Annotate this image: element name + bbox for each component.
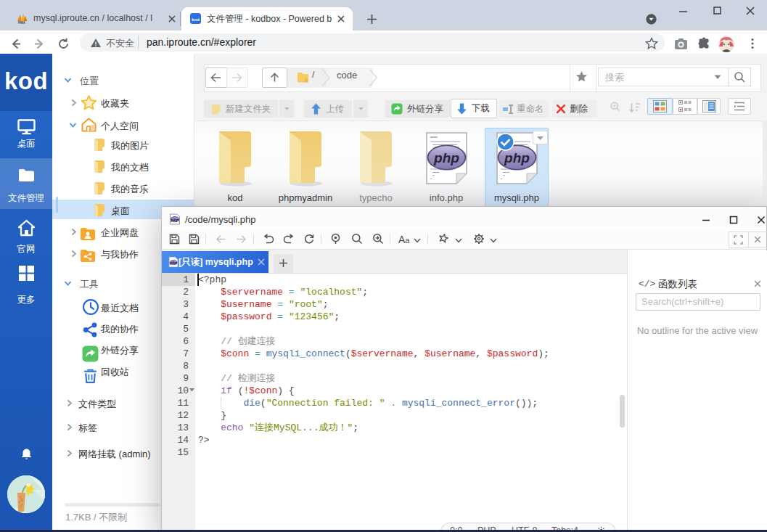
svg-text:php: php [171, 218, 179, 222]
svg-text:php: php [504, 150, 530, 165]
svg-text:php: php [433, 150, 459, 165]
svg-text:php: php [169, 261, 178, 265]
svg-text:kod: kod [192, 17, 200, 22]
svg-text:PMA: PMA [18, 21, 26, 25]
